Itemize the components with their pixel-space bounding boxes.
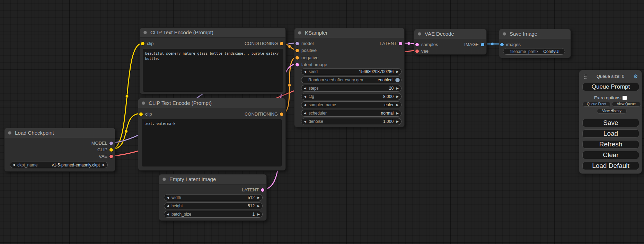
steps-widget[interactable]: ◀ steps 20 ▶ <box>301 85 402 92</box>
stepper-left-icon[interactable]: ◀ <box>304 120 306 123</box>
sampler-name-widget[interactable]: ◀ sampler_name euler ▶ <box>301 101 402 108</box>
stepper-right-icon[interactable]: ▶ <box>396 87 399 90</box>
refresh-button[interactable]: Refresh <box>582 140 639 148</box>
stepper-left-icon[interactable]: ◀ <box>304 112 306 115</box>
stepper-right-icon[interactable]: ▶ <box>257 196 260 199</box>
clip-input-dot[interactable] <box>139 112 143 116</box>
wire-midpoint-dot-conditioning-to-negative[interactable] <box>288 84 291 87</box>
stepper-right-icon[interactable]: ▶ <box>257 205 260 208</box>
vae-input-dot[interactable] <box>415 49 419 53</box>
stepper-left-icon[interactable]: ◀ <box>304 103 306 107</box>
node-titlebar[interactable]: CLIP Text Encode (Prompt) <box>138 98 285 108</box>
model-output-dot[interactable] <box>109 142 113 145</box>
slot-label: images <box>506 41 521 48</box>
negative-input-dot[interactable] <box>295 56 299 60</box>
stepper-right-icon[interactable]: ▶ <box>396 112 399 115</box>
stepper-right-icon[interactable]: ▶ <box>396 103 399 107</box>
latent-output-dot[interactable] <box>261 188 264 192</box>
latent-image-input-dot[interactable] <box>295 63 299 66</box>
queue-prompt-button[interactable]: Queue Prompt <box>582 83 639 91</box>
cfg-widget[interactable]: ◀ cfg 8.000 ▶ <box>301 93 402 100</box>
seed-widget[interactable]: ◀ seed 156680208700286 ▶ <box>301 68 402 75</box>
extra-options-checkbox[interactable] <box>623 96 627 100</box>
stepper-left-icon[interactable]: ◀ <box>167 213 169 216</box>
stepper-left-icon[interactable]: ◀ <box>304 70 306 73</box>
node-graph-canvas[interactable]: Load Checkpoint MODEL CLIP VAE ◀ ckpt_na… <box>0 0 644 244</box>
node-clip-text-encode-negative[interactable]: CLIP Text Encode (Prompt) clip CONDITION… <box>138 98 286 171</box>
stepper-left-icon[interactable]: ◀ <box>167 196 169 199</box>
slot-row: negative <box>294 54 404 61</box>
stepper-left-icon[interactable]: ◀ <box>304 87 306 90</box>
load-default-button[interactable]: Load Default <box>582 162 639 170</box>
node-title: Save Image <box>510 29 537 39</box>
queue-front-button[interactable]: Queue Front <box>582 102 611 107</box>
collapse-dot-icon[interactable] <box>142 101 145 105</box>
wire-midpoint-dot-image-to-save-image[interactable] <box>491 43 494 46</box>
slot-label: CONDITIONING <box>245 40 278 47</box>
batch-size-widget[interactable]: ◀ batch_size 1 ▶ <box>164 211 263 218</box>
widget-label: cfg <box>309 94 314 99</box>
node-titlebar[interactable]: Load Checkpoint <box>5 128 115 138</box>
image-output-dot[interactable] <box>481 43 484 46</box>
settings-gear-icon[interactable]: ⚙ <box>634 73 638 80</box>
clip-input-dot[interactable] <box>141 42 144 45</box>
collapse-dot-icon[interactable] <box>298 31 301 35</box>
collapse-dot-icon[interactable] <box>418 32 421 36</box>
stepper-right-icon[interactable]: ▶ <box>396 95 399 98</box>
node-titlebar[interactable]: KSampler <box>294 28 404 38</box>
clip-output-dot[interactable] <box>109 148 113 152</box>
stepper-right-icon[interactable]: ▶ <box>396 70 399 73</box>
positive-input-dot[interactable] <box>295 49 299 52</box>
node-titlebar[interactable]: VAE Decode <box>414 29 486 39</box>
load-button[interactable]: Load <box>582 129 639 138</box>
node-vae-decode[interactable]: VAE Decode samples IMAGE vae <box>414 29 487 55</box>
scheduler-widget[interactable]: ◀ scheduler normal ▶ <box>301 110 402 117</box>
node-ksampler[interactable]: KSampler model LATENT positive negative … <box>294 28 405 127</box>
denoise-widget[interactable]: ◀ denoise 1.000 ▶ <box>301 118 402 125</box>
height-widget[interactable]: ◀ height 512 ▶ <box>164 202 263 209</box>
node-clip-text-encode-positive[interactable]: CLIP Text Encode (Prompt) clip CONDITION… <box>140 27 286 94</box>
slot-label: CLIP <box>97 146 107 153</box>
ckpt-name-widget[interactable]: ◀ ckpt_name v1-5-pruned-emaonly.ckpt ▶ <box>10 162 108 168</box>
stepper-left-icon[interactable]: ◀ <box>304 95 306 98</box>
conditioning-output-dot[interactable] <box>280 42 283 45</box>
wire-midpoint-dot-conditioning-to-positive[interactable] <box>288 45 291 48</box>
vae-output-dot[interactable] <box>109 155 113 158</box>
wire-midpoint-dot-latent-to-vae-decode[interactable] <box>407 42 411 45</box>
view-queue-button[interactable]: View Queue <box>612 102 641 107</box>
model-input-dot[interactable] <box>295 42 299 45</box>
clear-button[interactable]: Clear <box>582 151 639 159</box>
collapse-dot-icon[interactable] <box>8 131 11 135</box>
node-title: CLIP Text Encode (Prompt) <box>149 98 212 108</box>
wire-midpoint-dot-clip-to-positive-clip[interactable] <box>125 95 129 98</box>
latent-output-dot[interactable] <box>399 42 402 45</box>
widget-label: denoise <box>309 119 323 124</box>
width-widget[interactable]: ◀ width 512 ▶ <box>164 194 263 201</box>
toggle-knob-icon[interactable] <box>395 78 400 82</box>
conditioning-output-dot[interactable] <box>280 112 283 116</box>
node-save-image[interactable]: Save Image images filename_prefix ComfyU… <box>499 29 571 58</box>
negative-prompt-textarea[interactable]: text, watermark <box>142 119 282 166</box>
node-titlebar[interactable]: Save Image <box>499 29 571 39</box>
positive-prompt-textarea[interactable]: beautiful scenery nature glass bottle la… <box>143 49 283 92</box>
stepper-right-icon[interactable]: ▶ <box>103 163 105 166</box>
wire-midpoint-dot-clip-to-negative-clip[interactable] <box>125 130 128 133</box>
stepper-right-icon[interactable]: ▶ <box>257 213 260 216</box>
samples-input-dot[interactable] <box>415 43 419 46</box>
view-history-button[interactable]: View History <box>597 109 627 114</box>
random-seed-toggle-widget[interactable]: Random seed after every gen enabled <box>301 76 402 83</box>
collapse-dot-icon[interactable] <box>503 32 506 36</box>
node-load-checkpoint[interactable]: Load Checkpoint MODEL CLIP VAE ◀ ckpt_na… <box>4 128 115 172</box>
filename-prefix-widget[interactable]: filename_prefix ComfyUI <box>503 48 565 55</box>
node-empty-latent-image[interactable]: Empty Latent Image LATENT ◀ width 512 ▶ … <box>159 174 267 221</box>
stepper-left-icon[interactable]: ◀ <box>12 163 15 166</box>
stepper-left-icon[interactable]: ◀ <box>167 205 169 208</box>
node-titlebar[interactable]: Empty Latent Image <box>159 174 266 184</box>
save-button[interactable]: Save <box>582 119 639 127</box>
extra-options-row: Extra options <box>579 95 642 100</box>
images-input-dot[interactable] <box>500 43 504 46</box>
collapse-dot-icon[interactable] <box>162 178 166 181</box>
node-titlebar[interactable]: CLIP Text Encode (Prompt) <box>140 28 285 38</box>
stepper-right-icon[interactable]: ▶ <box>396 120 399 123</box>
collapse-dot-icon[interactable] <box>143 31 147 34</box>
